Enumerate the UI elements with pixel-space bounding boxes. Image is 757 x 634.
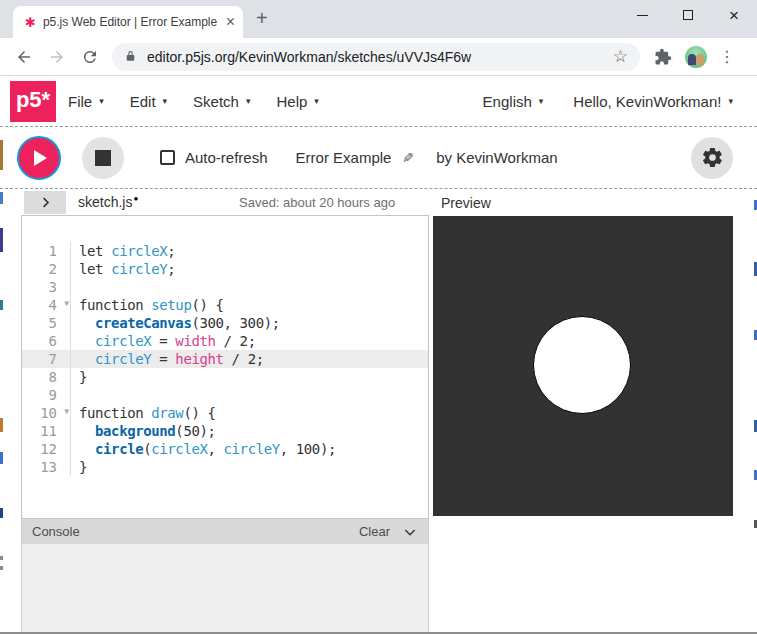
code-text: let circleY; xyxy=(71,260,175,278)
profile-avatar[interactable] xyxy=(685,46,707,68)
code-editor[interactable]: 1let circleX;2let circleY;34▼function se… xyxy=(21,215,429,519)
fold-arrow-icon[interactable]: ▼ xyxy=(64,408,69,416)
url-input[interactable]: editor.p5js.org/KevinWorkman/sketches/uV… xyxy=(112,43,640,71)
reload-button[interactable] xyxy=(81,48,99,66)
unsaved-dot-icon: ● xyxy=(133,194,138,203)
avatar-person-left xyxy=(688,54,696,65)
line-number: 7 xyxy=(22,350,71,368)
console-collapse-button[interactable] xyxy=(402,524,418,540)
editor-column: sketch.js● Saved: about 20 hours ago 1le… xyxy=(21,189,429,634)
code-text: function setup() { xyxy=(71,296,224,314)
p5-site-header: p5* File▾ Edit▾ Sketch▾ Help▾ English▾ H… xyxy=(0,76,757,127)
maximize-icon xyxy=(683,10,693,20)
settings-button[interactable] xyxy=(691,137,733,179)
code-text: } xyxy=(71,368,87,386)
code-line: 10▼function draw() { xyxy=(22,404,428,422)
saved-status: Saved: about 20 hours ago xyxy=(239,195,395,210)
console-header: Console Clear xyxy=(21,519,429,544)
lock-icon[interactable] xyxy=(124,50,137,63)
close-window-button[interactable]: × xyxy=(711,0,757,30)
browser-tab[interactable]: ✱ p5.js Web Editor | Error Example × xyxy=(13,6,243,38)
p5-favicon-icon: ✱ xyxy=(25,15,36,30)
console-output[interactable] xyxy=(21,544,429,634)
background-window-fragment xyxy=(0,140,3,170)
line-number: 5 xyxy=(22,314,71,332)
browser-address-bar: editor.p5js.org/KevinWorkman/sketches/uV… xyxy=(0,38,757,76)
code-line: 2let circleY; xyxy=(22,260,428,278)
code-text: background(50); xyxy=(71,422,216,440)
fold-arrow-icon[interactable]: ▼ xyxy=(64,300,69,308)
menu-help[interactable]: Help▾ xyxy=(276,93,318,110)
url-text: editor.p5js.org/KevinWorkman/sketches/uV… xyxy=(147,49,605,65)
background-window-fragment xyxy=(0,566,3,570)
edit-pencil-icon[interactable]: ✎ xyxy=(402,150,414,166)
back-button[interactable] xyxy=(15,48,33,66)
code-text: circleY = height / 2; xyxy=(71,350,264,368)
line-number: 8 xyxy=(22,368,71,386)
code-line: 13} xyxy=(22,458,428,476)
expand-sidebar-button[interactable] xyxy=(24,191,66,214)
file-tab-row: sketch.js● Saved: about 20 hours ago xyxy=(21,189,429,215)
sketch-byline: by KevinWorkman xyxy=(436,149,557,166)
bookmark-star-icon[interactable]: ☆ xyxy=(613,46,628,67)
minimize-icon xyxy=(637,15,648,16)
line-number: 1 xyxy=(22,242,71,260)
gear-icon xyxy=(701,146,724,169)
browser-menu-kebab-icon[interactable]: ⋮ xyxy=(719,47,735,66)
auto-refresh-label: Auto-refresh xyxy=(185,149,268,166)
tab-close-icon[interactable]: × xyxy=(226,14,235,30)
background-window-fragment xyxy=(0,300,3,310)
avatar-person-right xyxy=(696,54,704,65)
line-number: 10▼ xyxy=(22,404,71,422)
p5-logo[interactable]: p5* xyxy=(10,81,56,122)
line-number: 4▼ xyxy=(22,296,71,314)
stop-button[interactable] xyxy=(82,137,124,179)
language-selector[interactable]: English▾ xyxy=(483,93,544,110)
code-line: 8} xyxy=(22,368,428,386)
code-line: 9 xyxy=(22,386,428,404)
chevron-down-icon: ▾ xyxy=(314,96,319,106)
code-text xyxy=(71,386,79,404)
forward-button[interactable] xyxy=(48,48,66,66)
chevron-down-icon xyxy=(402,524,418,540)
chevron-down-icon: ▾ xyxy=(163,96,168,106)
console-clear-button[interactable]: Clear xyxy=(359,524,390,539)
code-line: 7 circleY = height / 2; xyxy=(22,350,428,368)
code-line: 11 background(50); xyxy=(22,422,428,440)
sketch-circle xyxy=(533,316,631,414)
line-number: 6 xyxy=(22,332,71,350)
chevron-down-icon: ▾ xyxy=(728,96,733,106)
user-menu[interactable]: Hello, KevinWorkman!▾ xyxy=(573,93,733,110)
browser-tab-strip: ✱ p5.js Web Editor | Error Example × + × xyxy=(0,0,757,38)
code-text: function draw() { xyxy=(71,404,216,422)
code-line: 3 xyxy=(22,278,428,296)
code-line: 4▼function setup() { xyxy=(22,296,428,314)
chevron-down-icon: ▾ xyxy=(539,96,544,106)
sketch-title: Error Example xyxy=(296,149,392,166)
code-text: let circleX; xyxy=(71,242,175,260)
maximize-button[interactable] xyxy=(665,0,711,30)
auto-refresh-checkbox[interactable] xyxy=(160,150,175,165)
background-window-fragment xyxy=(0,508,3,518)
code-text xyxy=(71,278,79,296)
menu-edit[interactable]: Edit▾ xyxy=(130,93,167,110)
new-tab-button[interactable]: + xyxy=(256,7,268,30)
preview-canvas xyxy=(433,216,733,516)
play-button[interactable] xyxy=(17,136,61,180)
background-window-fragment xyxy=(0,452,3,464)
line-number: 12 xyxy=(22,440,71,458)
file-tab-sketchjs[interactable]: sketch.js● xyxy=(78,194,138,210)
minimize-button[interactable] xyxy=(619,0,665,30)
background-window-fragment xyxy=(0,418,3,432)
main-menu: File▾ Edit▾ Sketch▾ Help▾ xyxy=(68,93,319,110)
background-window-fragment xyxy=(0,192,3,204)
menu-sketch[interactable]: Sketch▾ xyxy=(193,93,250,110)
play-icon xyxy=(34,150,47,166)
extensions-puzzle-icon[interactable] xyxy=(654,48,672,66)
menu-file[interactable]: File▾ xyxy=(68,93,104,110)
tab-title: p5.js Web Editor | Error Example xyxy=(43,15,220,29)
window-controls: × xyxy=(619,0,757,30)
line-number: 13 xyxy=(22,458,71,476)
chevron-down-icon: ▾ xyxy=(99,96,104,106)
line-number: 11 xyxy=(22,422,71,440)
